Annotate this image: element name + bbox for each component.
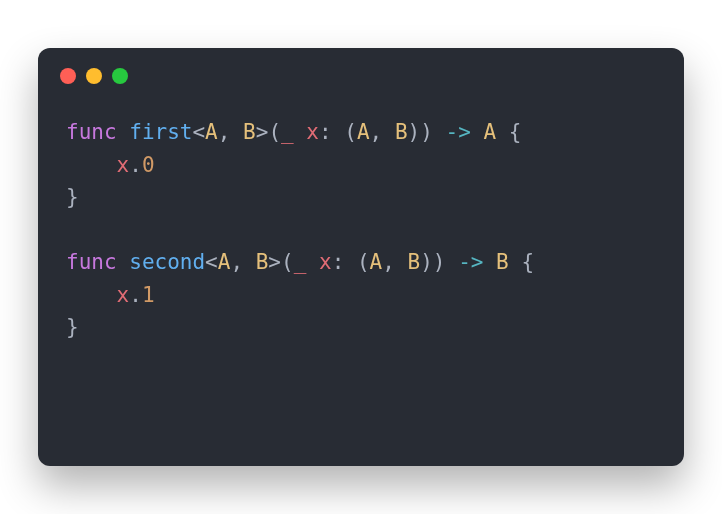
param-label: _ <box>294 250 307 274</box>
close-icon[interactable] <box>60 68 76 84</box>
keyword-func: func <box>66 120 117 144</box>
return-type: A <box>483 120 496 144</box>
type-param: A <box>205 120 218 144</box>
param-label: _ <box>281 120 294 144</box>
number-literal: 0 <box>142 153 155 177</box>
minimize-icon[interactable] <box>86 68 102 84</box>
variable: x <box>117 283 130 307</box>
function-name: second <box>129 250 205 274</box>
number-literal: 1 <box>142 283 155 307</box>
keyword-func: func <box>66 250 117 274</box>
variable: x <box>117 153 130 177</box>
return-type: B <box>496 250 509 274</box>
maximize-icon[interactable] <box>112 68 128 84</box>
type-param: B <box>243 120 256 144</box>
window-titlebar <box>38 48 684 84</box>
param-name: x <box>306 120 319 144</box>
arrow-op: -> <box>446 120 471 144</box>
function-name: first <box>129 120 192 144</box>
type-param: A <box>218 250 231 274</box>
type-param: B <box>256 250 269 274</box>
code-window: func first<A, B>(_ x: (A, B)) -> A { x.0… <box>38 48 684 466</box>
param-name: x <box>319 250 332 274</box>
code-block: func first<A, B>(_ x: (A, B)) -> A { x.0… <box>38 84 684 376</box>
arrow-op: -> <box>458 250 483 274</box>
